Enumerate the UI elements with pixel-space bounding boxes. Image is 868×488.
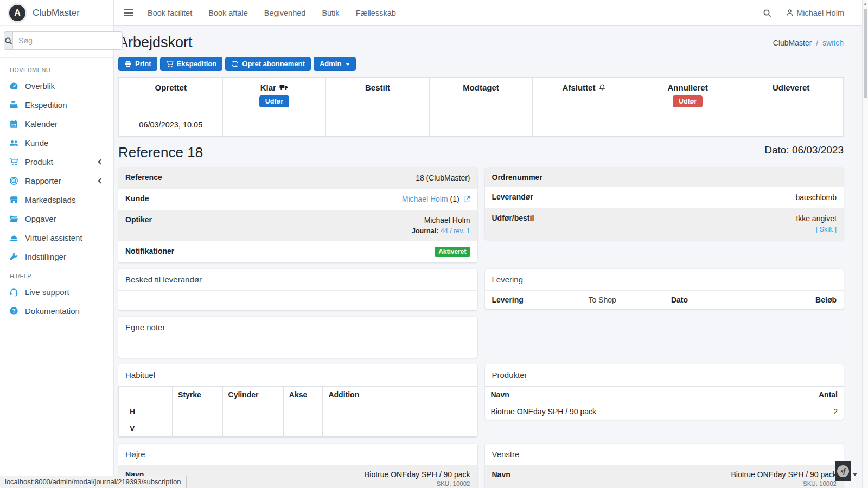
sidebar-item-label: Dokumentation <box>25 306 105 316</box>
reference-value: 18 (ClubMaster) <box>416 173 470 183</box>
noter-card: Egne noter <box>118 317 477 358</box>
admin-dropdown-button[interactable]: Admin <box>314 57 356 71</box>
sidebar-item-opgaver[interactable]: Opgaver <box>0 209 113 228</box>
breadcrumb: ClubMaster / switch <box>773 38 844 47</box>
sidebar-item-virtuel-assistent[interactable]: Virtuel assistent <box>0 228 113 247</box>
truck-icon <box>279 84 288 91</box>
levering-label: Levering <box>492 296 589 304</box>
sidebar-item-label: Ekspedition <box>25 100 105 110</box>
navbar-search-icon[interactable] <box>763 9 771 17</box>
brand-name: ClubMaster <box>33 8 80 18</box>
sidebar-item-indstillinger[interactable]: Indstillinger <box>0 247 113 266</box>
sidebar-item-label: Virtuel assistent <box>25 233 105 242</box>
search-button[interactable] <box>4 31 12 50</box>
venstre-card-title: Venstre <box>485 444 844 465</box>
search-input[interactable] <box>12 31 123 50</box>
klar-udfor-button[interactable]: Udfør <box>259 95 289 107</box>
svg-text:?: ? <box>12 308 15 314</box>
sidebar-item-markedsplads[interactable]: Markedsplads <box>0 190 113 209</box>
nav-link-faellesskab[interactable]: Fællesskab <box>356 9 396 17</box>
journal-label: Journal: <box>412 227 438 235</box>
opret-abonnement-button[interactable]: Opret abonnement <box>225 57 311 71</box>
external-link-icon[interactable] <box>463 196 470 203</box>
nav-link-book-facilitet[interactable]: Book facilitet <box>148 9 192 17</box>
status-col-klar: Klar Udfør <box>222 78 326 113</box>
opret-abonnement-button-label: Opret abonnement <box>242 60 305 68</box>
sidebar-item-ekspedition[interactable]: Ekspedition <box>0 95 113 114</box>
leverandor-row: Leverandør bauschlomb <box>485 187 844 208</box>
produkter-col-antal: Antal <box>761 386 844 403</box>
levering-value: To Shop <box>588 296 671 304</box>
users-icon <box>9 138 18 147</box>
status-values-row: 06/03/2023, 10.05 <box>119 113 843 136</box>
clubmaster-logo-icon: A <box>8 3 27 23</box>
cart-icon <box>166 60 174 68</box>
kunde-row: Kunde Michael Holm (1) <box>118 189 477 210</box>
sidebar: A ClubMaster HOVEDMENU Overblik Ekspedit… <box>0 0 114 488</box>
sidebar-search <box>4 31 110 50</box>
sidebar-item-label: Kalender <box>25 119 105 129</box>
status-board: Oprettet Klar Udfør B <box>118 77 844 137</box>
status-col-modtaget: Modtaget <box>429 78 533 113</box>
symfony-debug-toolbar-toggle[interactable]: sf <box>835 461 851 481</box>
vertical-scrollbar[interactable] <box>862 0 868 488</box>
besked-card-body <box>118 291 477 310</box>
status-col-bestilt: Bestilt <box>326 78 430 113</box>
sidebar-item-kunde[interactable]: Kunde <box>0 133 113 152</box>
produkter-col-navn: Navn <box>485 386 761 403</box>
print-button[interactable]: Print <box>118 57 157 71</box>
dato-label: Dato <box>671 296 768 304</box>
nav-link-begivenhed[interactable]: Begivenhed <box>264 9 306 17</box>
sidebar-item-rapporter[interactable]: Rapporter <box>0 171 113 190</box>
oprettet-value: 06/03/2023, 10.05 <box>119 113 223 136</box>
user-menu[interactable]: Michael Holm <box>786 9 844 17</box>
question-circle-icon: ? <box>9 306 18 316</box>
folder-open-icon <box>9 214 18 223</box>
chevron-left-icon <box>98 159 104 165</box>
sidebar-item-produkt[interactable]: Produkt <box>0 152 113 171</box>
ordrenummer-row: Ordrenummer <box>485 168 844 187</box>
status-badge: Aktiveret <box>435 247 470 257</box>
udfor-bestil-row: Udfør/bestil Ikke angivet [ Skift ] <box>485 208 844 240</box>
store-icon <box>9 195 18 204</box>
sidebar-item-live-support[interactable]: Live support <box>0 282 113 301</box>
order-info-card: Reference 18 (ClubMaster) Kunde Michael … <box>118 168 477 262</box>
sidebar-item-overblik[interactable]: Overblik <box>0 76 113 95</box>
nav-link-butik[interactable]: Butik <box>322 9 339 17</box>
kunde-suffix: (1) <box>450 195 459 203</box>
top-navbar: Book facilitet Book aftale Begivenhed Bu… <box>114 0 868 26</box>
leverandor-value: bauschlomb <box>796 192 837 203</box>
print-button-label: Print <box>135 60 151 68</box>
ekspedition-button-label: Ekspedition <box>177 60 217 68</box>
venstre-produkt-sku: SKU: 10002 <box>731 480 837 487</box>
belob-label: Beløb <box>768 296 837 304</box>
annulleret-udfor-button[interactable]: Udfør <box>673 95 703 107</box>
kunde-link[interactable]: Michael Holm <box>402 195 448 203</box>
skift-link[interactable]: [ Skift ] <box>816 226 837 233</box>
hamburger-menu-icon[interactable] <box>124 9 133 16</box>
nav-link-book-aftale[interactable]: Book aftale <box>208 9 248 17</box>
sidebar-item-kalender[interactable]: Kalender <box>0 114 113 133</box>
journal-link[interactable]: 44 / rev. 1 <box>441 227 470 235</box>
scrollbar-up-arrow-icon[interactable] <box>864 3 867 5</box>
brand[interactable]: A ClubMaster <box>0 0 113 26</box>
produkt-navn: Biotrue ONEday SPH / 90 pack <box>485 403 761 420</box>
sidebar-item-dokumentation[interactable]: ? Dokumentation <box>0 301 113 320</box>
venstre-navn-row: Navn Biotrue ONEday SPH / 90 pack SKU: 1… <box>485 465 844 488</box>
status-col-afsluttet: Afsluttet <box>533 78 636 113</box>
breadcrumb-switch-link[interactable]: switch <box>822 38 844 47</box>
scrollbar-thumb[interactable] <box>864 9 867 98</box>
calendar-icon <box>9 119 18 129</box>
produkter-card: Produkter Navn Antal Biotrue ONEday SPH … <box>485 364 844 420</box>
sidebar-item-label: Markedsplads <box>25 195 105 204</box>
produkter-card-title: Produkter <box>485 364 844 386</box>
sync-icon <box>231 60 239 68</box>
besked-card: Besked til leverandør <box>118 269 477 310</box>
headset-icon <box>9 287 18 297</box>
ekspedition-button[interactable]: Ekspedition <box>160 57 223 71</box>
concierge-bell-icon <box>9 233 18 242</box>
caret-down-icon <box>346 63 350 66</box>
bell-icon <box>598 84 606 92</box>
chevron-left-icon <box>98 178 104 184</box>
cart-icon <box>9 157 18 166</box>
